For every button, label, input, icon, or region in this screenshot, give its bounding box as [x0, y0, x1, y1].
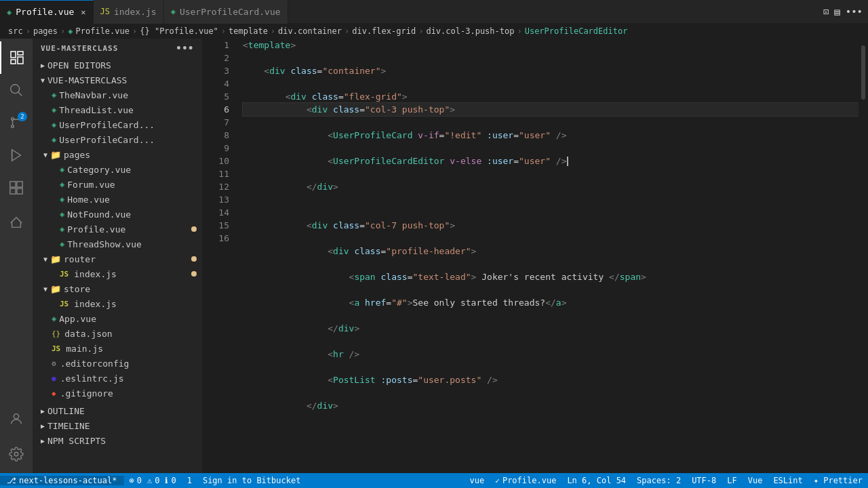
tab-user-profile-card-vue[interactable]: ◈ UserProfileCard.vue [164, 0, 288, 24]
filename: .eslintrc.js [60, 373, 124, 384]
code-line-3: <div class="container"> [243, 64, 859, 77]
list-item-threadshow[interactable]: ◈ ThreadShow.vue [33, 237, 202, 251]
activity-run[interactable] [0, 139, 33, 171]
list-item-profile[interactable]: ◈ Profile.vue [33, 222, 202, 237]
status-encoding[interactable]: UTF-8 [686, 476, 722, 485]
breadcrumb-src[interactable]: src [8, 26, 23, 36]
code-line-9 [243, 142, 859, 155]
status-mode[interactable]: Vue [743, 476, 768, 485]
status-spaces[interactable]: Spaces: 2 [631, 476, 686, 485]
svg-rect-1 [18, 52, 23, 55]
status-eslint[interactable]: ESLint [768, 476, 808, 485]
list-item-store-index[interactable]: JS index.js [33, 296, 202, 311]
tab-index-js[interactable]: JS index.js [94, 0, 164, 24]
list-item-forum[interactable]: ◈ Forum.vue [33, 177, 202, 192]
status-file[interactable]: ✓ Profile.vue [490, 476, 561, 485]
status-prettier[interactable]: ✦ Prettier [808, 476, 868, 485]
filename: Home.vue [67, 195, 110, 205]
vue-file-icon: ◈ [52, 135, 56, 144]
list-item-threadlist[interactable]: ◈ ThreadList.vue [33, 102, 202, 117]
list-item-home[interactable]: ◈ Home.vue [33, 192, 202, 207]
code-line-6: <div class="col-3 push-top"> [243, 103, 859, 116]
status-cursor-position[interactable]: Ln 6, Col 54 [561, 476, 631, 485]
sidebar-folder-router[interactable]: ▼ 📁 router [33, 251, 202, 266]
svg-rect-2 [18, 57, 23, 64]
breadcrumb-div-col3[interactable]: div.col-3.push-top [426, 26, 514, 36]
breadcrumb-profile-vue[interactable]: Profile.vue [76, 26, 130, 36]
sidebar-npm-scripts[interactable]: ▶ NPM SCRIPTS [33, 433, 202, 448]
code-line-29: </div> [243, 399, 859, 412]
list-item-main-js[interactable]: JS main.js [33, 341, 202, 356]
status-errors[interactable]: ⊗ 0 ⚠ 0 ℹ 0 [124, 476, 182, 485]
activity-account[interactable] [0, 403, 33, 435]
activity-extensions[interactable] [0, 171, 33, 204]
sidebar-timeline[interactable]: ▶ TIMELINE [33, 418, 202, 433]
list-item-eslintrc[interactable]: ● .eslintrc.js [33, 371, 202, 386]
list-item-data-json[interactable]: {} data.json [33, 326, 202, 341]
vue-file-icon: ◈ [60, 224, 64, 234]
activity-source-control[interactable]: 2 [0, 106, 33, 139]
layout-icon[interactable]: ▤ [834, 6, 840, 17]
code-line-28 [243, 386, 859, 399]
status-language-mode[interactable]: vue [465, 476, 490, 485]
code-line-5: <div class="flex-grid"> [243, 90, 859, 103]
config-file-icon: ⚙ [52, 359, 56, 368]
filename: index.js [74, 269, 117, 279]
svg-point-16 [14, 452, 18, 456]
svg-line-5 [18, 92, 22, 96]
encoding-label: UTF-8 [692, 476, 716, 485]
code-line-8: <UserProfileCard v-if="!edit" :user="use… [243, 129, 859, 142]
list-item-userprofilecard2[interactable]: ◈ UserProfileCard... [33, 132, 202, 147]
activity-settings[interactable] [0, 438, 33, 470]
breadcrumb-editor-component[interactable]: UserProfileCardEditor [525, 26, 628, 36]
text-cursor [567, 157, 568, 166]
activity-search[interactable] [0, 74, 33, 106]
breadcrumb-pages[interactable]: pages [33, 26, 58, 36]
error-icon: ⊗ [130, 476, 134, 485]
code-line-23: </div> [243, 322, 859, 335]
list-item-notfound[interactable]: ◈ NotFound.vue [33, 207, 202, 222]
list-item-gitignore[interactable]: ◆ .gitignore [33, 386, 202, 401]
breadcrumb-div-flex-grid[interactable]: div.flex-grid [352, 26, 416, 36]
code-editor[interactable]: <template> <div class="container"> <div … [236, 39, 859, 473]
cursor-position-label: Ln 6, Col 54 [567, 476, 626, 485]
status-bar: ⎇ next-lessons-actual* ⊗ 0 ⚠ 0 ℹ 0 1 Sig… [0, 473, 868, 488]
sidebar-folder-pages[interactable]: ▼ 📁 pages [33, 147, 202, 162]
vue-file-icon: ◈ [52, 90, 56, 100]
editor-scrollbar[interactable] [859, 39, 868, 473]
split-editor-icon[interactable]: ⊡ [823, 6, 829, 17]
explorer-more[interactable]: ••• [176, 43, 194, 54]
status-sign-in[interactable]: Sign in to Bitbucket [197, 476, 307, 485]
filename: .editorconfig [60, 359, 130, 369]
list-item-router-index[interactable]: JS index.js [33, 266, 202, 281]
code-line-1: <template> [243, 39, 859, 52]
tab-profile-vue[interactable]: ◈ Profile.vue ✕ [0, 0, 94, 24]
code-line-4 [243, 77, 859, 90]
status-notice[interactable]: 1 [182, 476, 197, 485]
status-git[interactable]: ⎇ next-lessons-actual* [0, 476, 124, 485]
line-num-6: 6 [208, 103, 229, 116]
list-item-thenavbar[interactable]: ◈ TheNavbar.vue [33, 87, 202, 102]
list-item-userprofilecard1[interactable]: ◈ UserProfileCard... [33, 117, 202, 132]
sidebar-open-editors[interactable]: ▶ OPEN EDITORS [33, 58, 202, 73]
list-item-editorconfig[interactable]: ⚙ .editorconfig [33, 356, 202, 371]
breadcrumb-template[interactable]: template [229, 26, 268, 36]
sidebar-outline[interactable]: ▶ OUTLINE [33, 403, 202, 418]
code-line-15: <div class="col-7 push-top"> [243, 219, 859, 232]
status-line-ending[interactable]: LF [722, 476, 742, 485]
breadcrumb-sep: › [271, 26, 275, 36]
sidebar-vue-masterclass[interactable]: ▼ VUE-MASTERCLASS [33, 73, 202, 87]
scrollbar-thumb[interactable] [861, 45, 865, 100]
code-line-18 [243, 258, 859, 270]
editor-area[interactable]: 1 2 3 4 5 6 7 8 9 10 11 12 13 14 15 16 [202, 39, 868, 473]
js-file-icon: JS [60, 300, 68, 308]
breadcrumb-obj[interactable]: {} "Profile.vue" [140, 26, 218, 36]
close-tab-button[interactable]: ✕ [81, 7, 85, 17]
more-actions-icon[interactable]: ••• [846, 6, 863, 17]
activity-explorer[interactable] [0, 41, 33, 74]
breadcrumb-div-container[interactable]: div.container [278, 26, 342, 36]
sidebar-folder-store[interactable]: ▼ 📁 store [33, 281, 202, 296]
list-item-category[interactable]: ◈ Category.vue [33, 162, 202, 177]
list-item-app-vue[interactable]: ◈ App.vue [33, 311, 202, 326]
activity-remote[interactable] [0, 207, 33, 239]
